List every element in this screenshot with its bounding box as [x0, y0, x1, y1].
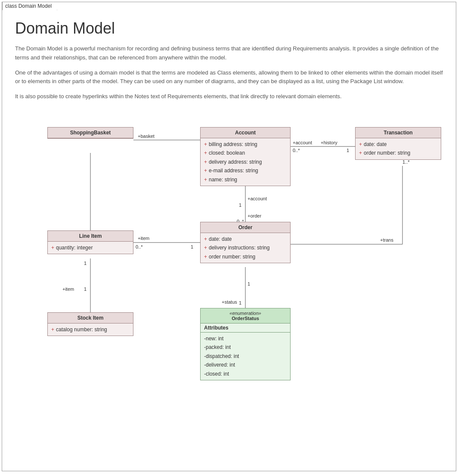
attr-closed: +closed: boolean [204, 149, 287, 157]
tab-label: class Domain Model [2, 2, 57, 10]
svg-text:+basket: +basket [138, 134, 155, 139]
attr-order-number: +order number: string [204, 252, 287, 261]
attr-delivery-instructions: +delivery instructions: string [204, 243, 287, 252]
paragraph-1: The Domain Model is a powerful mechanism… [15, 44, 443, 62]
attr-billing: +billing address: string [204, 140, 287, 149]
class-header-account: Account [201, 128, 290, 138]
svg-text:+order: +order [248, 213, 261, 218]
class-order: Order +date: date +delivery instructions… [200, 222, 291, 263]
svg-text:+history: +history [321, 140, 337, 145]
enum-header-orderstatus: «enumeration» OrderStatus [201, 308, 290, 324]
svg-text:1: 1 [248, 281, 250, 286]
class-shoppingbasket: ShoppingBasket [47, 127, 133, 139]
diagram-area: +basket +account +history 0..* 1 +accoun… [15, 114, 443, 381]
svg-text:1: 1 [84, 286, 87, 292]
svg-text:+account: +account [293, 140, 312, 145]
attr-date: +date: date [359, 140, 437, 149]
paragraph-2: One of the advantages of using a domain … [15, 68, 443, 87]
attr-new: -new: int [204, 334, 287, 343]
class-lineitem: Line Item +quantity: integer [47, 230, 133, 254]
svg-text:+account: +account [248, 196, 267, 201]
svg-text:1: 1 [239, 202, 241, 208]
svg-text:+item: +item [62, 286, 74, 292]
attr-name: +name: string [204, 175, 287, 184]
class-attrs-stockitem: +catalog number: string [48, 324, 133, 336]
enum-stereotype: «enumeration» [204, 311, 287, 316]
svg-text:+item: +item [138, 236, 149, 241]
class-attrs-lineitem: +quantity: integer [48, 242, 133, 254]
svg-text:1: 1 [84, 261, 87, 266]
class-attrs-order: +date: date +delivery instructions: stri… [201, 233, 290, 263]
svg-text:1..*: 1..* [402, 159, 410, 165]
class-header-lineitem: Line Item [48, 231, 133, 242]
svg-text:0..*: 0..* [293, 148, 300, 153]
enum-section-header: Attributes [201, 324, 290, 333]
enum-name: OrderStatus [204, 316, 287, 321]
attr-dispatched: -dispatched: int [204, 352, 287, 361]
paragraph-3: It is also possible to create hyperlinks… [15, 92, 443, 101]
page-title: Domain Model [15, 19, 443, 37]
class-header-order: Order [201, 222, 290, 233]
class-orderstatus: «enumeration» OrderStatus Attributes -ne… [200, 308, 291, 380]
svg-text:0..*: 0..* [136, 244, 143, 249]
attr-ordernumber: +order number: string [359, 149, 437, 157]
class-stockitem: Stock Item +catalog number: string [47, 312, 133, 336]
attr-delivery: +delivery address: string [204, 158, 287, 166]
svg-text:1: 1 [239, 300, 241, 305]
attr-delivered: -delivered: int [204, 361, 287, 369]
page-content: Domain Model The Domain Model is a power… [2, 2, 456, 390]
class-transaction: Transaction +date: date +order number: s… [355, 127, 441, 160]
attr-closed: -closed: int [204, 370, 287, 378]
class-account: Account +billing address: string +closed… [200, 127, 291, 186]
class-attrs-account: +billing address: string +closed: boolea… [201, 138, 290, 186]
attr-email: +e-mail address: string [204, 166, 287, 175]
svg-text:1: 1 [191, 244, 193, 249]
outer-frame: class Domain Model Domain Model The Doma… [2, 2, 456, 471]
enum-attrs: -new: int -packed: int -dispatched: int … [201, 333, 290, 380]
attr-packed: -packed: int [204, 343, 287, 352]
attr-order-date: +date: date [204, 235, 287, 243]
svg-text:+trans: +trans [380, 237, 393, 243]
attr-quantity: +quantity: integer [51, 243, 130, 252]
svg-text:+status: +status [222, 299, 237, 305]
attr-catalog: +catalog number: string [51, 325, 130, 334]
svg-text:1: 1 [347, 148, 349, 153]
class-header-stockitem: Stock Item [48, 313, 133, 324]
class-header-shoppingbasket: ShoppingBasket [48, 128, 133, 138]
class-header-transaction: Transaction [356, 128, 441, 138]
class-attrs-transaction: +date: date +order number: string [356, 138, 441, 159]
